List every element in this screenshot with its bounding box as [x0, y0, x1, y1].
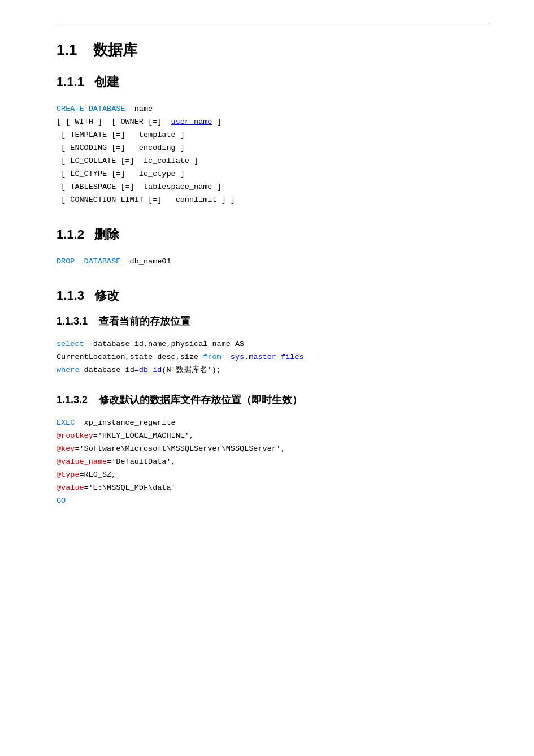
heading-1-1-3-2-title: 修改默认的数据库文件存放位置（即时生效）: [99, 394, 302, 405]
heading-1-1-3-2: 1.1.3.2 修改默认的数据库文件存放位置（即时生效）: [57, 393, 489, 407]
section-1-1-3-1: 1.1.3.1 查看当前的存放位置 select database_id,nam…: [57, 314, 489, 379]
heading-1-1-2-title: 删除: [94, 227, 119, 241]
code-line-6: [ LC_CTYPE [=] lc_ctype ]: [57, 168, 489, 181]
section-1-1-2: 1.1.2 删除 DROP DATABASE db_name01: [57, 226, 489, 271]
code-exec-regwrite: EXEC xp_instance_regwrite @rootkey='HKEY…: [57, 414, 489, 510]
section-1-1: 1.1 数据库: [57, 40, 489, 60]
kw-sys-master: sys.master_files: [231, 353, 304, 361]
kw-key: @key: [57, 444, 75, 453]
top-divider: [57, 23, 489, 23]
kw-value: @value: [57, 483, 84, 492]
code-line-8: [ CONNECTION LIMIT [=] connlimit ] ]: [57, 194, 489, 207]
section-1-1-1: 1.1.1 创建 CREATE DATABASE name [ [ WITH ]…: [57, 74, 489, 209]
kw-value-name: @value_name: [57, 457, 107, 466]
code-exec-line-2: @rootkey='HKEY_LOCAL_MACHINE',: [57, 430, 489, 443]
heading-1-1-2: 1.1.2 删除: [57, 226, 489, 243]
code-line-5: [ LC_COLLATE [=] lc_collate ]: [57, 155, 489, 168]
code-line-7: [ TABLESPACE [=] tablespace_name ]: [57, 181, 489, 194]
kw-select: select: [57, 340, 84, 348]
kw-exec: EXEC: [57, 418, 75, 427]
heading-1-1-3: 1.1.3 修改: [57, 287, 489, 304]
heading-1-1-2-label: 1.1.2: [57, 227, 84, 241]
kw-database-1: DATABASE: [89, 105, 125, 113]
kw-database-2: DATABASE: [84, 257, 121, 266]
page-container: 1.1 数据库 1.1.1 创建 CREATE DATABASE name [ …: [0, 0, 534, 558]
kw-rootkey: @rootkey: [57, 431, 93, 440]
heading-1-1-3-1: 1.1.3.1 查看当前的存放位置: [57, 314, 489, 328]
heading-1-1-3-2-label: 1.1.3.2: [57, 394, 88, 405]
heading-1-1-1-title: 创建: [94, 75, 119, 89]
heading-1-1-1: 1.1.1 创建: [57, 74, 489, 90]
code-line-1: CREATE DATABASE name: [57, 103, 489, 116]
heading-1-1-3-1-label: 1.1.3.1: [57, 316, 88, 327]
kw-from: from: [203, 353, 221, 361]
code-exec-line-5: @type=REG_SZ,: [57, 469, 489, 482]
kw-username: user_name: [171, 118, 212, 126]
kw-go: GO: [57, 496, 66, 505]
heading-1-1-label: 1.1: [57, 41, 77, 58]
code-line-3: [ TEMPLATE [=] template ]: [57, 129, 489, 142]
heading-1-1-1-label: 1.1.1: [57, 75, 84, 89]
code-drop-line-1: DROP DATABASE db_name01: [57, 256, 489, 269]
section-1-1-3: 1.1.3 修改 1.1.3.1 查看当前的存放位置 select databa…: [57, 287, 489, 509]
code-exec-line-6: @value='E:\MSSQL_MDF\data': [57, 482, 489, 495]
heading-1-1-3-title: 修改: [94, 288, 119, 303]
section-1-1-3-2: 1.1.3.2 修改默认的数据库文件存放位置（即时生效） EXEC xp_ins…: [57, 393, 489, 510]
kw-create: CREATE: [57, 105, 84, 113]
heading-1-1-title: 数据库: [93, 41, 137, 58]
kw-where: where: [57, 366, 80, 374]
heading-1-1: 1.1 数据库: [57, 40, 489, 60]
heading-1-1-3-label: 1.1.3: [57, 288, 84, 303]
code-select-location: select database_id,name,physical_name AS…: [57, 336, 489, 379]
code-drop-db: DROP DATABASE db_name01: [57, 253, 489, 271]
code-exec-line-3: @key='Software\Microsoft\MSSQLServer\MSS…: [57, 443, 489, 456]
kw-db-id: db_id: [139, 366, 162, 374]
code-create-db: CREATE DATABASE name [ [ WITH ] [ OWNER …: [57, 101, 489, 209]
code-exec-line-4: @value_name='DefaultData',: [57, 456, 489, 469]
code-exec-line-7: GO: [57, 495, 489, 508]
code-select-line-1: select database_id,name,physical_name AS: [57, 338, 489, 351]
code-line-4: [ ENCODING [=] encoding ]: [57, 142, 489, 155]
code-select-line-2: CurrentLocation,state_desc,size from sys…: [57, 351, 489, 364]
code-select-line-3: where database_id=db_id(N'数据库名');: [57, 364, 489, 377]
heading-1-1-3-1-title: 查看当前的存放位置: [99, 316, 190, 327]
kw-drop: DROP: [57, 257, 75, 266]
kw-type: @type: [57, 470, 80, 479]
code-line-2: [ [ WITH ] [ OWNER [=] user_name ]: [57, 116, 489, 129]
code-exec-line-1: EXEC xp_instance_regwrite: [57, 417, 489, 430]
